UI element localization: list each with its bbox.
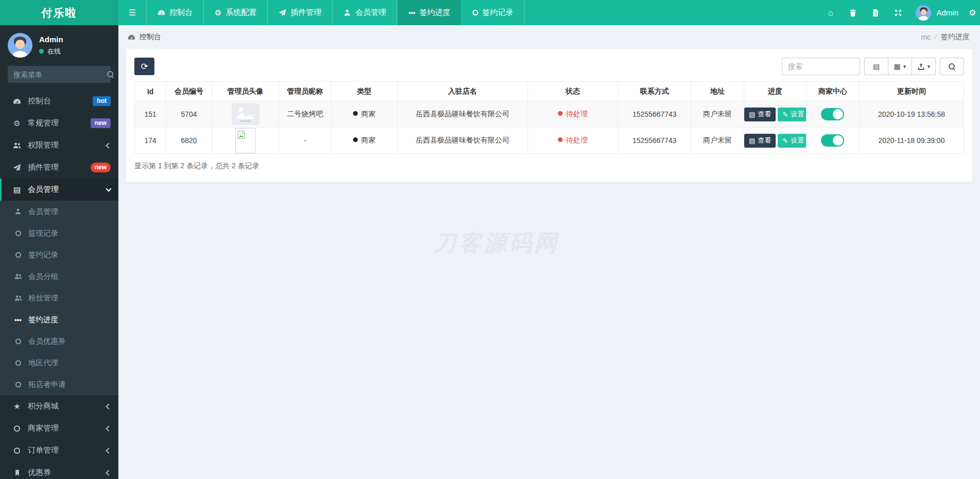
submenu-item-member-groups[interactable]: 会员分组 <box>0 265 118 287</box>
submenu-item-member-management[interactable]: 会员管理 <box>0 201 118 222</box>
star-icon: ★ <box>11 402 23 411</box>
sidebar-item-general-management[interactable]: ⚙ 常规管理 new <box>0 112 118 134</box>
sidebar-user-status: 在线 <box>39 47 63 56</box>
cell-progress-actions: ▤查看 ✎设置 <box>744 128 807 154</box>
submenu-item-member-coupons[interactable]: 会员优惠券 <box>0 330 118 352</box>
sidebar-search-box <box>8 66 111 83</box>
submenu-item-fans-management[interactable]: 粉丝管理 <box>0 287 118 309</box>
cell-type: 商家 <box>331 101 397 128</box>
column-header-store-name: 入驻店名 <box>397 82 528 101</box>
sidebar-avatar <box>8 33 32 58</box>
set-button[interactable]: ✎设置 <box>778 134 806 148</box>
cell-id: 174 <box>135 128 166 154</box>
submenu-item-signing-records[interactable]: 签约记录 <box>0 244 118 265</box>
sidebar-item-dashboard[interactable]: 控制台 hot <box>0 90 118 112</box>
type-dot-icon <box>353 111 358 116</box>
broken-image-thumbnail[interactable] <box>235 128 256 153</box>
placeholder-image-icon <box>232 103 259 125</box>
view-button[interactable]: ▤查看 <box>744 108 776 121</box>
sidebar-item-plugin-management[interactable]: 插件管理 new <box>0 156 118 179</box>
users-icon <box>12 273 24 280</box>
detail-view-icon: ▤ <box>873 62 880 70</box>
chevron-down-icon <box>107 189 111 191</box>
column-header-status: 状态 <box>528 82 618 101</box>
advanced-search-button[interactable] <box>940 58 964 75</box>
log-button[interactable] <box>864 0 887 25</box>
refresh-icon: ⟳ <box>141 61 148 72</box>
sidebar-user-panel: Admin 在线 <box>0 25 118 64</box>
column-header-address: 地址 <box>691 82 744 101</box>
cell-update-time: 2020-10-19 13:56:58 <box>859 101 964 128</box>
sidebar-menu: 控制台 hot ⚙ 常规管理 new 权限管理 插件管理 new ▤ 会员管理 … <box>0 90 118 479</box>
set-button[interactable]: ✎设置 <box>778 108 806 121</box>
merchant-center-toggle[interactable] <box>821 108 844 120</box>
cogs-icon: ⚙ <box>969 8 976 17</box>
nav-item-dashboard[interactable]: 控制台 <box>147 0 204 25</box>
column-header-progress: 进度 <box>744 82 807 101</box>
cell-status: 待处理 <box>528 128 618 154</box>
paper-plane-icon <box>278 9 286 16</box>
sidebar-search-input[interactable] <box>13 70 107 79</box>
refresh-button[interactable]: ⟳ <box>134 58 154 75</box>
fullscreen-button[interactable] <box>887 0 909 25</box>
breadcrumb-parent[interactable]: mc <box>921 33 931 41</box>
nav-item-system-config[interactable]: ⚙ 系统配置 <box>204 0 268 25</box>
online-dot-icon <box>39 49 44 54</box>
nav-item-signing-progress[interactable]: ••• 签约进度 <box>397 0 462 25</box>
top-navbar: 付乐啦 ☰ 控制台 ⚙ 系统配置 插件管理 会员管理 ••• 签约进度 签约记录… <box>0 0 980 25</box>
column-header-contact: 联系方式 <box>618 82 691 101</box>
circle-icon <box>12 339 24 344</box>
submenu-item-signing-progress[interactable]: ••• 签约进度 <box>0 309 118 330</box>
nav-item-signing-records[interactable]: 签约记录 <box>462 0 524 25</box>
cell-contact: 15255667743 <box>618 128 691 154</box>
detail-view-button[interactable]: ▤ <box>864 58 888 75</box>
table-toolbar: ⟳ ▤ ▦▾ ▾ <box>134 58 964 75</box>
cell-store-name: 岳西县极品疆味餐饮有限公司 <box>397 128 528 154</box>
user-icon <box>343 9 351 16</box>
submenu-item-withdrawal-records[interactable]: 提现记录 <box>0 222 118 244</box>
sidebar-item-merchant-management[interactable]: 商家管理 <box>0 417 118 439</box>
column-header-type: 类型 <box>331 82 397 101</box>
cell-merchant-center <box>806 128 859 154</box>
sidebar-item-coupons[interactable]: 优惠券 <box>0 462 118 479</box>
data-table: Id 会员编号 管理员头像 管理员昵称 类型 入驻店名 状态 联系方式 地址 进… <box>134 81 964 154</box>
export-button[interactable]: ▾ <box>912 58 936 75</box>
nav-item-plugin-management[interactable]: 插件管理 <box>268 0 332 25</box>
sidebar-toggle-button[interactable]: ☰ <box>118 0 147 25</box>
merchant-center-toggle[interactable] <box>821 134 844 147</box>
app-logo: 付乐啦 <box>0 0 118 25</box>
broken-image-icon <box>237 130 246 139</box>
image-placeholder-thumbnail[interactable] <box>232 103 259 125</box>
columns-button[interactable]: ▦▾ <box>888 58 912 75</box>
list-icon: ▤ <box>749 111 755 118</box>
view-button[interactable]: ▤查看 <box>744 134 776 148</box>
hamburger-icon: ☰ <box>129 8 136 17</box>
grid-icon: ▦ <box>894 62 901 70</box>
user-menu[interactable]: Admin <box>909 5 965 21</box>
sidebar-item-points-mall[interactable]: ★ 积分商城 <box>0 395 118 417</box>
settings-button[interactable]: ⚙ <box>965 0 980 25</box>
circle-icon <box>472 10 478 15</box>
cell-status: 待处理 <box>528 101 618 128</box>
table-search-input[interactable] <box>782 58 860 75</box>
sidebar-item-order-management[interactable]: 订单管理 <box>0 439 118 462</box>
column-header-admin-avatar: 管理员头像 <box>212 82 278 101</box>
breadcrumb-current: 签约进度 <box>941 32 970 42</box>
new-badge: new <box>91 118 111 128</box>
circle-icon <box>12 252 24 258</box>
cell-contact: 15255667743 <box>618 101 691 128</box>
sidebar-item-permission-management[interactable]: 权限管理 <box>0 134 118 156</box>
sidebar-user-name: Admin <box>39 35 63 44</box>
cell-type: 商家 <box>331 128 397 154</box>
circle-icon <box>12 360 24 366</box>
nav-item-member-management[interactable]: 会员管理 <box>332 0 397 25</box>
home-button[interactable]: ⌂ <box>819 0 842 25</box>
clear-cache-button[interactable] <box>842 0 864 25</box>
home-icon: ⌂ <box>828 8 833 17</box>
submenu-item-store-expansion-application[interactable]: 拓店者申请 <box>0 374 118 395</box>
cell-admin-avatar <box>212 128 278 154</box>
pencil-icon: ✎ <box>782 137 788 145</box>
expand-icon <box>894 9 902 17</box>
submenu-item-regional-agents[interactable]: 地区代理 <box>0 352 118 374</box>
sidebar-item-member-management[interactable]: ▤ 会员管理 <box>0 179 118 201</box>
